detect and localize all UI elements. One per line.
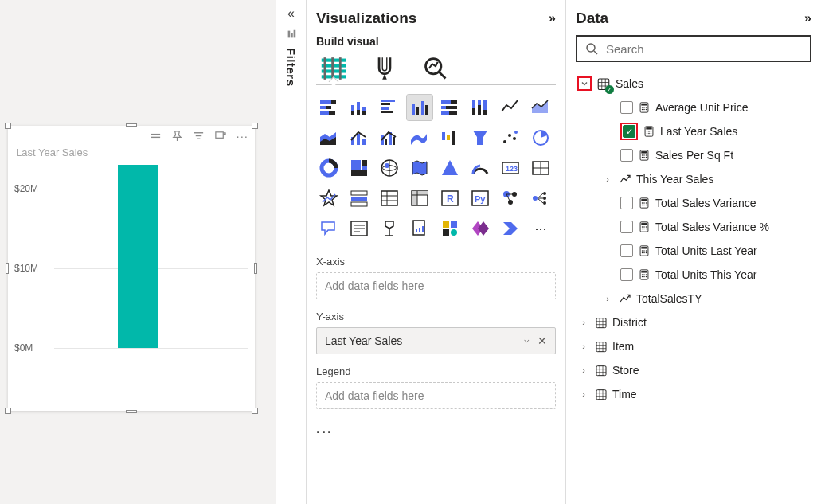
search-icon — [585, 42, 598, 55]
svg-rect-135 — [287, 31, 290, 38]
y-axis-well[interactable]: Last Year Sales ⌵ ✕ — [316, 327, 556, 354]
card-icon[interactable] — [498, 155, 523, 181]
x-axis-well[interactable]: Add data fields here — [316, 272, 556, 299]
kpi-icon[interactable] — [316, 186, 342, 211]
donut-chart-icon[interactable] — [316, 155, 342, 181]
stacked-bar-chart-icon[interactable] — [316, 95, 342, 120]
r-visual-icon[interactable] — [437, 186, 463, 211]
build-visual-label: Build visual — [316, 35, 556, 48]
100pct-stacked-bar-icon[interactable] — [437, 95, 463, 120]
clustered-bar-chart-icon[interactable] — [377, 95, 402, 120]
checkbox[interactable] — [620, 244, 633, 257]
line-chart-icon[interactable] — [498, 95, 523, 120]
field-row[interactable]: ✓ Last Year Sales — [576, 119, 811, 143]
qa-visual-icon[interactable] — [316, 216, 342, 241]
collapse-data-icon[interactable]: » — [804, 11, 811, 25]
field-row[interactable]: › TotalSalesTY — [576, 287, 811, 311]
visual-container[interactable]: ··· Last Year Sales $20M $10M $0M — [8, 126, 255, 411]
x-axis-label: X-axis — [316, 256, 556, 268]
filters-pane-collapsed[interactable]: « Filters — [276, 0, 307, 504]
field-row[interactable]: Sales Per Sq Ft — [576, 143, 811, 167]
clustered-column-chart-icon[interactable] — [407, 95, 432, 120]
chevron-right-icon[interactable]: › — [601, 292, 614, 305]
python-visual-icon[interactable] — [467, 186, 493, 211]
key-influencers-icon[interactable] — [498, 186, 523, 211]
report-canvas[interactable]: ··· Last Year Sales $20M $10M $0M — [0, 0, 276, 504]
field-row[interactable]: Total Sales Variance — [576, 191, 811, 215]
chevron-right-icon[interactable]: › — [577, 388, 590, 400]
table-row-sales[interactable]: ✓ Sales — [576, 72, 811, 96]
decomposition-tree-icon[interactable] — [528, 186, 553, 211]
field-row[interactable]: › This Year Sales — [576, 167, 811, 191]
table-row-district[interactable]: › District — [576, 311, 811, 334]
chevron-right-icon[interactable]: › — [577, 364, 590, 377]
checkbox[interactable] — [620, 101, 633, 114]
legend-well[interactable]: Add data fields here — [316, 382, 556, 409]
slicer-icon[interactable] — [346, 186, 372, 211]
checkbox[interactable] — [620, 221, 633, 233]
format-visual-tab[interactable] — [370, 54, 399, 83]
treemap-icon[interactable] — [346, 155, 372, 181]
paginated-report-icon[interactable] — [407, 216, 432, 241]
area-chart-icon[interactable] — [528, 95, 553, 120]
build-visual-tab[interactable] — [319, 54, 348, 83]
multi-row-card-icon[interactable] — [528, 155, 553, 181]
field-row[interactable]: Total Units Last Year — [576, 239, 811, 263]
get-more-visuals-icon[interactable]: ··· — [528, 216, 553, 241]
collapse-visualizations-icon[interactable]: » — [549, 11, 556, 25]
table-row-time[interactable]: › Time — [576, 382, 811, 406]
fields-tree: ✓ Sales Average Unit Price ✓ Last Year S… — [576, 72, 811, 406]
table-visual-icon[interactable] — [377, 186, 402, 211]
stacked-column-chart-icon[interactable] — [346, 95, 372, 120]
expand-filters-icon[interactable]: « — [287, 6, 295, 21]
smart-narrative-icon[interactable] — [346, 216, 372, 241]
ribbon-chart-icon[interactable] — [407, 125, 432, 150]
line-clustered-column-icon[interactable] — [377, 125, 402, 150]
data-pane: Data » ✓ Sales Average Unit Price ✓ — [566, 0, 821, 504]
checkbox[interactable]: ✓ — [623, 125, 635, 138]
field-row[interactable]: Total Sales Variance % — [576, 215, 811, 239]
analytics-tab[interactable] — [421, 54, 450, 83]
filled-map-icon[interactable] — [407, 155, 432, 181]
apps-icon[interactable] — [437, 216, 463, 241]
power-automate-icon[interactable] — [498, 216, 523, 241]
table-row-store[interactable]: › Store — [576, 358, 811, 382]
100pct-stacked-column-icon[interactable] — [467, 95, 493, 120]
scatter-chart-icon[interactable] — [498, 125, 523, 150]
search-input[interactable] — [576, 35, 811, 62]
funnel-chart-icon[interactable] — [467, 125, 493, 150]
table-row-item[interactable]: › Item — [576, 334, 811, 358]
azure-map-icon[interactable] — [437, 155, 463, 181]
visualizations-title: Visualizations — [316, 10, 416, 27]
chevron-right-icon[interactable]: › — [577, 316, 590, 329]
chevron-down-icon[interactable] — [577, 76, 592, 91]
pie-chart-icon[interactable] — [528, 125, 553, 150]
map-icon[interactable] — [377, 155, 402, 181]
field-row[interactable]: Total Units This Year — [576, 263, 811, 287]
stacked-area-chart-icon[interactable] — [316, 125, 342, 150]
chevron-down-icon[interactable]: ⌵ — [524, 334, 530, 347]
matrix-icon[interactable] — [407, 186, 432, 211]
waterfall-chart-icon[interactable] — [437, 125, 463, 150]
svg-rect-136 — [291, 33, 293, 37]
checkbox[interactable] — [620, 149, 633, 162]
line-stacked-column-icon[interactable] — [346, 125, 372, 150]
chevron-right-icon[interactable]: › — [577, 340, 590, 353]
y-axis-tick: $0M — [14, 342, 33, 354]
table-icon — [595, 340, 608, 353]
y-axis-tick: $20M — [14, 183, 38, 194]
checkbox[interactable] — [620, 197, 633, 209]
y-axis-tick: $10M — [14, 263, 38, 274]
remove-field-icon[interactable]: ✕ — [538, 334, 547, 347]
hierarchy-icon — [619, 292, 631, 305]
gauge-icon[interactable] — [467, 155, 493, 181]
power-apps-icon[interactable] — [467, 216, 493, 241]
table-icon — [595, 364, 608, 377]
field-row[interactable]: Average Unit Price — [576, 96, 811, 119]
more-field-wells-icon[interactable]: ... — [316, 420, 556, 437]
funnel-icon — [286, 29, 297, 40]
goals-icon[interactable] — [377, 216, 402, 241]
checkbox[interactable] — [620, 268, 633, 281]
chevron-right-icon[interactable]: › — [601, 173, 614, 186]
measure-icon — [638, 149, 651, 162]
